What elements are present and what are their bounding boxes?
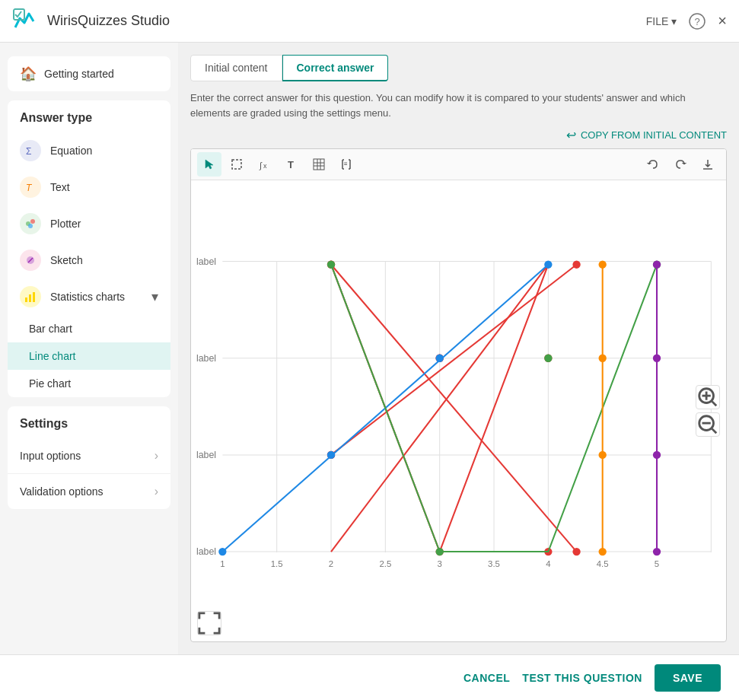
equation-label: Equation: [50, 145, 92, 157]
svg-point-72: [327, 451, 335, 459]
svg-rect-12: [33, 292, 35, 302]
stats-label: Statistics charts: [50, 291, 125, 303]
sidebar: 🏠 Getting started Answer type Σ Equation…: [0, 43, 178, 654]
sidebar-home-item[interactable]: 🏠 Getting started: [8, 56, 170, 91]
svg-text:1.5: 1.5: [271, 559, 283, 568]
svg-point-73: [436, 355, 444, 362]
line-chart-svg: label label label label 1 1.5 2 2.5 3 3.…: [191, 180, 726, 641]
chevron-down-icon: ▾: [671, 15, 677, 27]
zoom-out-button[interactable]: [696, 412, 720, 437]
svg-text:4.5: 4.5: [597, 559, 609, 568]
validation-options-label: Validation options: [20, 485, 103, 498]
svg-text:5: 5: [655, 559, 659, 568]
sketch-label: Sketch: [50, 254, 83, 266]
copy-from-initial-button[interactable]: ↩ COPY FROM INITIAL CONTENT: [190, 128, 727, 142]
table-button[interactable]: [307, 152, 331, 177]
svg-point-80: [599, 261, 607, 269]
svg-point-71: [218, 548, 226, 555]
select-tool-button[interactable]: [197, 152, 221, 177]
app-title: WirisQuizzes Studio: [47, 13, 170, 29]
header: WirisQuizzes Studio FILE ▾ ? ×: [0, 0, 739, 43]
copy-icon: ↩: [566, 128, 576, 142]
svg-point-83: [599, 548, 607, 555]
help-button[interactable]: ?: [689, 13, 706, 30]
tab-bar: Initial content Correct answer: [190, 55, 727, 81]
svg-point-88: [653, 548, 661, 555]
text-icon: T: [20, 177, 41, 198]
stats-icon: [20, 286, 41, 307]
svg-text:label: label: [196, 450, 216, 460]
equation-icon: Σ: [20, 140, 41, 161]
sidebar-home-section: 🏠 Getting started: [8, 56, 170, 91]
text-tool-button[interactable]: T: [279, 152, 304, 177]
plotter-label: Plotter: [50, 218, 81, 230]
svg-text:2.5: 2.5: [379, 559, 391, 568]
main-content: Initial content Correct answer Enter the…: [178, 43, 739, 654]
copy-label: COPY FROM INITIAL CONTENT: [581, 129, 727, 141]
svg-text:≡: ≡: [344, 161, 348, 167]
test-question-button[interactable]: TEST THIS QUESTION: [522, 672, 642, 684]
undo-button[interactable]: [641, 152, 665, 177]
home-icon: 🏠: [20, 65, 37, 82]
svg-text:Σ: Σ: [26, 146, 31, 157]
description-text: Enter the correct answer for this questi…: [190, 91, 727, 120]
fullscreen-button[interactable]: [197, 611, 221, 635]
save-button[interactable]: SAVE: [655, 664, 721, 692]
svg-point-76: [436, 548, 444, 555]
editor-toolbar: ∫x T: [191, 149, 726, 180]
svg-point-75: [327, 261, 335, 269]
validation-options-item[interactable]: Validation options ›: [8, 474, 170, 509]
matrix-button[interactable]: ≡: [334, 152, 358, 177]
svg-line-94: [712, 429, 717, 434]
close-button[interactable]: ×: [718, 12, 727, 30]
zoom-controls: [696, 385, 720, 437]
answer-type-title: Answer type: [8, 100, 170, 132]
svg-point-8: [28, 224, 33, 228]
settings-section: Settings Input options › Validation opti…: [8, 406, 170, 509]
sidebar-item-line-chart[interactable]: Line chart: [8, 342, 170, 370]
svg-text:T: T: [26, 183, 33, 193]
sidebar-item-pie-chart[interactable]: Pie chart: [8, 370, 170, 397]
svg-point-81: [599, 355, 607, 362]
svg-line-90: [712, 402, 717, 406]
sidebar-item-sketch[interactable]: Sketch: [8, 242, 170, 278]
svg-text:3: 3: [438, 559, 442, 568]
formula-button[interactable]: ∫x: [252, 152, 276, 177]
svg-rect-11: [29, 294, 31, 302]
redo-button[interactable]: [668, 152, 693, 177]
sidebar-item-plotter[interactable]: Plotter: [8, 205, 170, 242]
svg-text:T: T: [288, 159, 294, 170]
download-button[interactable]: [696, 152, 720, 177]
svg-point-85: [653, 261, 661, 269]
tab-initial-content[interactable]: Initial content: [190, 55, 282, 81]
file-menu-button[interactable]: FILE ▾: [646, 15, 677, 27]
svg-rect-30: [222, 262, 710, 553]
sidebar-item-equation[interactable]: Σ Equation: [8, 132, 170, 169]
header-actions: FILE ▾ ? ×: [646, 12, 727, 30]
chart-area: label label label label 1 1.5 2 2.5 3 3.…: [191, 180, 726, 641]
main-layout: 🏠 Getting started Answer type Σ Equation…: [0, 43, 739, 654]
answer-type-section: Answer type Σ Equation T Text: [8, 100, 170, 397]
rect-select-button[interactable]: [225, 152, 249, 177]
sidebar-item-statistics-charts[interactable]: Statistics charts ▾: [8, 278, 170, 315]
svg-text:x: x: [263, 162, 267, 170]
svg-point-77: [544, 355, 552, 362]
cancel-button[interactable]: CANCEL: [463, 672, 510, 684]
svg-text:label: label: [196, 353, 216, 364]
sidebar-item-bar-chart[interactable]: Bar chart: [8, 315, 170, 342]
input-options-label: Input options: [20, 450, 81, 462]
input-options-item[interactable]: Input options ›: [8, 438, 170, 474]
zoom-in-button[interactable]: [696, 385, 720, 409]
svg-rect-10: [25, 298, 27, 302]
stats-chevron-icon: ▾: [151, 288, 158, 305]
tab-correct-answer[interactable]: Correct answer: [282, 55, 389, 81]
svg-text:1: 1: [220, 559, 225, 568]
validation-options-chevron-icon: ›: [154, 485, 158, 498]
svg-text:∫: ∫: [259, 161, 263, 170]
svg-point-74: [544, 261, 552, 269]
sidebar-item-text[interactable]: T Text: [8, 169, 170, 205]
sketch-icon: [20, 250, 41, 271]
svg-text:label: label: [196, 256, 216, 267]
editor-container: ∫x T: [190, 148, 727, 642]
input-options-chevron-icon: ›: [154, 449, 158, 463]
